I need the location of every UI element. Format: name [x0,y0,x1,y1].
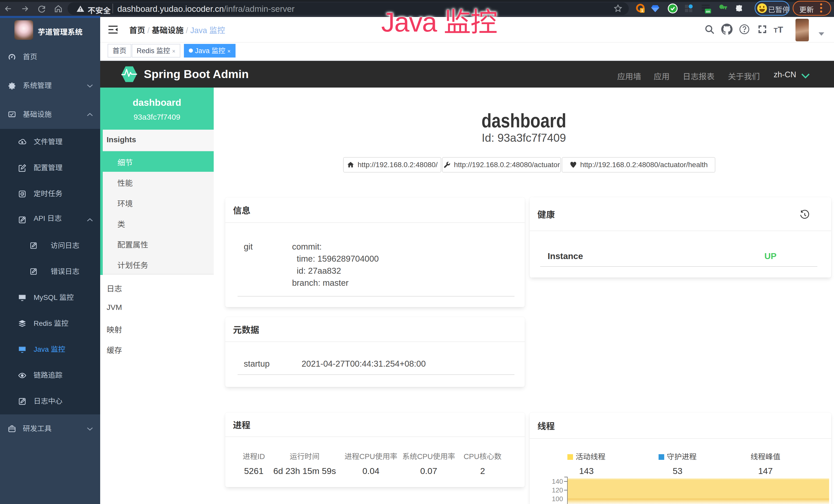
svg-text:on: on [706,9,710,13]
svg-text:1: 1 [641,8,643,13]
